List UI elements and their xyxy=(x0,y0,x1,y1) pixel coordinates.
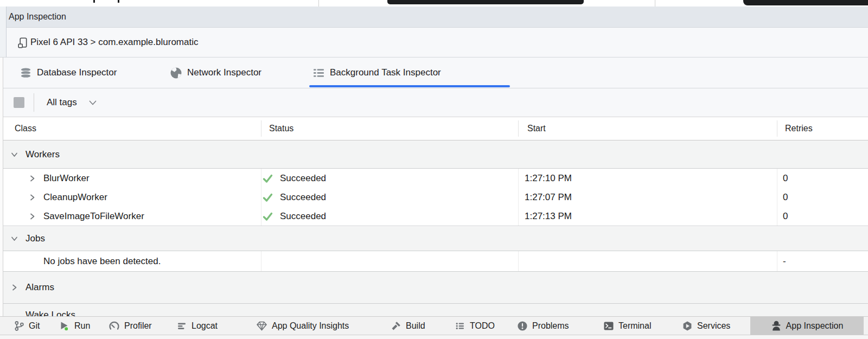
window-bottom-strip xyxy=(0,335,868,339)
statusbar-item-label: TODO xyxy=(470,321,495,331)
tag-filter-dropdown[interactable]: All tags xyxy=(47,88,77,117)
inspector-toolbar: All tags xyxy=(0,88,868,117)
group-row-jobs[interactable]: Jobs xyxy=(0,227,868,251)
editor-split-divider xyxy=(655,0,655,7)
chevron-collapsed-icon[interactable] xyxy=(11,284,18,291)
statusbar-item-label: Git xyxy=(29,321,40,331)
tool-window-left-edge xyxy=(0,57,3,316)
group-label: Jobs xyxy=(25,227,45,251)
empty-jobs-retries: - xyxy=(783,251,786,271)
toolbar-divider xyxy=(34,93,34,112)
group-row-workers[interactable]: Workers xyxy=(0,140,868,169)
tab-network-inspector[interactable]: Network Inspector xyxy=(170,57,261,88)
tab-database-inspector[interactable]: Database Inspector xyxy=(20,57,117,88)
statusbar-item-problems[interactable]: Problems xyxy=(517,317,569,335)
app-inspection-tool-window: App Inspection Pixel 6 API 33 > com.exam… xyxy=(0,0,868,339)
success-check-icon xyxy=(262,191,273,203)
hammer-icon xyxy=(391,321,401,331)
statusbar-item-label: Terminal xyxy=(618,321,651,331)
table-row-saveimagetofileworker[interactable]: SaveImageToFileWorker Succeeded 1:27:13 … xyxy=(0,207,868,226)
column-divider[interactable] xyxy=(777,120,777,137)
statusbar-item-label: Run xyxy=(74,321,90,331)
statusbar-item-build[interactable]: Build xyxy=(391,317,425,335)
tab-label: Database Inspector xyxy=(37,67,117,78)
worker-status: Succeeded xyxy=(280,169,326,188)
column-header-class[interactable]: Class xyxy=(15,117,36,140)
statusbar-item-logcat[interactable]: Logcat xyxy=(176,317,218,335)
tab-label: Background Task Inspector xyxy=(330,67,441,78)
table-row-cleanupworker[interactable]: CleanupWorker Succeeded 1:27:07 PM 0 xyxy=(0,188,868,207)
statusbar-item-label: Services xyxy=(697,321,730,331)
tool-window-status-bar: Git Run Profiler Logcat xyxy=(0,316,868,335)
process-selector[interactable]: Pixel 6 API 33 > com.example.bluromatic xyxy=(30,28,198,57)
cutoff-dark-bar xyxy=(743,0,868,5)
chevron-collapsed-icon[interactable] xyxy=(29,213,36,220)
column-header-start[interactable]: Start xyxy=(527,117,546,140)
table-header-row: Class Status Start Retries xyxy=(0,117,868,140)
cutoff-text-fragment xyxy=(118,0,119,3)
statusbar-item-services[interactable]: Services xyxy=(682,317,730,335)
todo-list-icon xyxy=(455,321,465,331)
statusbar-item-run[interactable]: Run xyxy=(59,317,90,335)
device-phone-icon xyxy=(18,37,28,48)
editor-cutoff-strip xyxy=(0,0,868,7)
column-divider[interactable] xyxy=(261,120,261,137)
statusbar-item-label: Problems xyxy=(532,321,569,331)
statusbar-item-label: App Quality Insights xyxy=(272,321,349,331)
worker-retries: 0 xyxy=(783,188,788,207)
chevron-down-icon[interactable] xyxy=(88,100,97,106)
worker-class: BlurWorker xyxy=(43,169,90,188)
services-icon xyxy=(682,321,693,331)
chevron-collapsed-icon[interactable] xyxy=(29,175,36,182)
problems-icon xyxy=(517,321,528,331)
statusbar-item-label: App Inspection xyxy=(786,321,844,331)
task-list-icon xyxy=(312,67,325,79)
tool-window-header: App Inspection xyxy=(0,7,868,28)
tool-window-title: App Inspection xyxy=(9,7,66,27)
worker-start: 1:27:07 PM xyxy=(525,188,572,207)
empty-jobs-message: No jobs have been detected. xyxy=(43,251,161,271)
tool-window-left-edge xyxy=(0,7,7,57)
chevron-collapsed-icon[interactable] xyxy=(29,194,36,201)
column-divider[interactable] xyxy=(518,120,519,137)
group-row-alarms[interactable]: Alarms xyxy=(0,272,868,304)
group-row-wake-locks[interactable]: Wake Locks xyxy=(0,304,868,316)
statusbar-item-app-quality-insights[interactable]: App Quality Insights xyxy=(256,317,349,335)
cutoff-dark-bar xyxy=(387,0,584,4)
worker-retries: 0 xyxy=(783,207,788,226)
globe-icon xyxy=(170,67,182,79)
group-label: Workers xyxy=(25,140,60,168)
statusbar-item-label: Build xyxy=(406,321,425,331)
success-check-icon xyxy=(262,210,273,222)
process-selector-bar: Pixel 6 API 33 > com.example.bluromatic xyxy=(0,28,868,57)
statusbar-item-label: Profiler xyxy=(124,321,152,331)
statusbar-item-app-inspection[interactable]: App Inspection xyxy=(750,317,864,335)
statusbar-item-todo[interactable]: TODO xyxy=(455,317,495,335)
column-header-retries[interactable]: Retries xyxy=(785,117,813,140)
terminal-icon xyxy=(603,321,614,331)
statusbar-item-terminal[interactable]: Terminal xyxy=(603,317,651,335)
statusbar-item-profiler[interactable]: Profiler xyxy=(108,317,152,335)
success-check-icon xyxy=(262,172,273,184)
database-icon xyxy=(20,67,32,79)
inspector-tab-bar: Database Inspector Network Inspector Bac… xyxy=(0,57,868,88)
statusbar-item-git[interactable]: Git xyxy=(14,317,40,335)
group-label: Alarms xyxy=(25,272,54,303)
worker-class: SaveImageToFileWorker xyxy=(43,207,144,226)
gem-icon xyxy=(256,321,267,331)
worker-retries: 0 xyxy=(783,169,788,188)
selected-tab-indicator xyxy=(309,85,510,87)
worker-status: Succeeded xyxy=(280,188,326,207)
column-header-status[interactable]: Status xyxy=(269,117,293,140)
tab-background-task-inspector[interactable]: Background Task Inspector xyxy=(312,57,441,88)
group-label: Wake Locks xyxy=(25,310,75,316)
logcat-icon xyxy=(176,321,187,331)
chevron-expanded-icon[interactable] xyxy=(11,235,18,242)
statusbar-item-label: Logcat xyxy=(192,321,218,331)
chevron-expanded-icon[interactable] xyxy=(11,151,18,158)
table-row-blurworker[interactable]: BlurWorker Succeeded 1:27:10 PM 0 xyxy=(0,169,868,188)
profiler-icon xyxy=(108,321,120,331)
table-row-no-jobs[interactable]: No jobs have been detected. - xyxy=(0,251,868,272)
stop-inspection-button[interactable] xyxy=(14,97,24,108)
cutoff-text-fragment xyxy=(93,0,95,3)
